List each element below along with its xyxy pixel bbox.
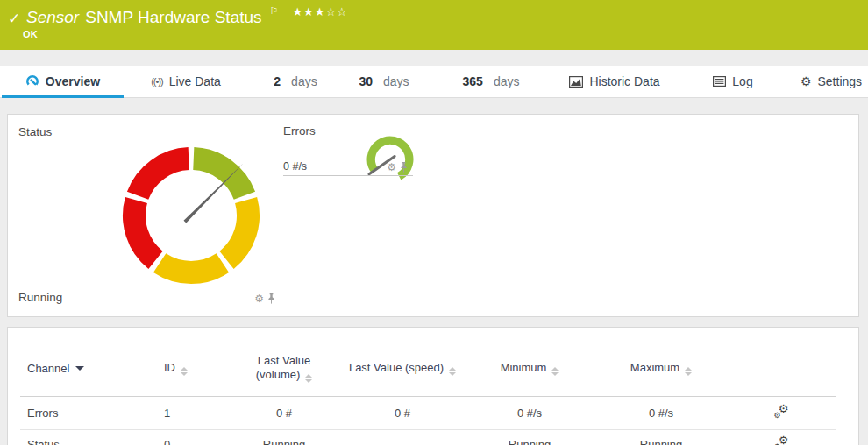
errors-channel-gear-icon[interactable]: ⚙ [387,162,396,173]
cell-id: 1 [152,397,227,430]
errors-channel-pin-icon[interactable] [400,162,408,173]
status-channel-pin-icon[interactable] [267,293,275,304]
sensor-title-line: SensorSNMP Hardware Status⚐★★★☆☆ [26,5,348,27]
errors-gauge-value: 0 #/s [283,160,307,173]
cell-last-value-speed [341,430,464,445]
cell-minimum: 0 #/s [464,397,595,430]
tab-30-days[interactable]: 30days [345,66,423,97]
overview-gauges-panel: Status Running ⚙ Errors 0 [7,114,859,317]
column-header-id[interactable]: ID [152,328,227,397]
cell-maximum: 0 #/s [595,397,727,430]
sort-icon [181,367,188,376]
flag-icon[interactable]: ⚐ [270,5,279,16]
sort-icon [685,367,692,376]
sensor-kind-label: Sensor [26,8,79,26]
tab-365-days[interactable]: 365days [445,66,537,97]
tab-2-days-unit: days [291,74,317,88]
channel-row-status: Status 0 Running Running Running ⚙⚙ [20,430,836,445]
column-header-actions [727,328,836,397]
sensor-titlebar: ✓ SensorSNMP Hardware Status⚐★★★☆☆ OK [0,0,868,50]
cell-channel[interactable]: Status [20,430,152,445]
tab-365-days-unit: days [494,74,520,88]
tab-2-days[interactable]: 2days [256,66,335,97]
status-gauge-value: Running [18,291,62,304]
status-ok-check-icon: ✓ [8,10,20,28]
priority-stars[interactable]: ★★★☆☆ [292,5,347,18]
cell-last-value-volume: 0 # [227,397,341,430]
log-list-icon [713,76,726,87]
tab-settings-label: Settings [817,74,862,88]
cell-channel[interactable]: Errors [20,397,152,430]
prtg-sensor-overview-page: ✓ SensorSNMP Hardware Status⚐★★★☆☆ OK Ov… [0,0,868,445]
cell-last-value-speed: 0 # [341,397,464,430]
tab-2-days-number: 2 [274,74,281,88]
status-channel-gear-icon[interactable]: ⚙ [254,293,264,304]
edit-channel-gears-icon[interactable]: ⚙⚙ [774,405,789,419]
overview-gauge-icon [25,74,39,88]
sensor-status-text: OK [23,29,38,39]
cell-minimum: Running [464,430,595,445]
status-gauge-value-row: Running ⚙ [12,286,286,307]
column-header-last-value-speed[interactable]: Last Value (speed) [341,328,464,397]
column-header-channel[interactable]: Channel [20,328,152,397]
channel-row-errors: Errors 1 0 # 0 # 0 #/s 0 #/s ⚙⚙ [20,397,836,430]
live-data-icon: ((•)) [151,76,163,87]
column-header-maximum[interactable]: Maximum [595,328,727,397]
sort-desc-icon [75,366,84,371]
tab-historic-data[interactable]: Historic Data [558,66,672,97]
tab-historic-data-label: Historic Data [589,74,659,88]
tab-bar: Overview ((•)) Live Data 2days 30days 36… [0,66,868,98]
settings-gear-icon: ⚙ [800,75,812,88]
tab-live-data-label: Live Data [169,74,221,88]
channels-table-panel: Channel ID Last Value (volume) Last Valu… [7,327,859,445]
page-title: SNMP Hardware Status [85,8,261,26]
tab-365-days-number: 365 [463,74,483,88]
edit-channel-gears-icon[interactable]: ⚙⚙ [774,436,789,445]
column-header-minimum[interactable]: Minimum [464,328,595,397]
sort-icon [305,374,312,383]
sort-icon [551,367,559,376]
sort-icon [449,367,456,376]
channels-table-header-row: Channel ID Last Value (volume) Last Valu… [20,328,836,397]
stars-empty: ☆☆ [325,5,347,18]
tab-overview[interactable]: Overview [2,66,124,97]
status-gauge-label: Status [18,125,52,138]
cell-id: 0 [152,430,227,445]
stars-filled: ★★★ [292,5,325,18]
cell-last-value-volume: Running [227,430,341,445]
cell-maximum: Running [595,430,727,445]
errors-gauge-label: Errors [283,124,316,138]
tab-log-label: Log [732,74,752,88]
tab-30-days-unit: days [383,74,409,88]
historic-data-chart-icon [569,76,583,88]
status-gauge [119,144,263,287]
errors-gauge-value-row: 0 #/s ⚙ [283,154,413,176]
tab-overview-label: Overview [46,74,100,88]
channels-table: Channel ID Last Value (volume) Last Valu… [20,328,836,445]
column-header-last-value-volume[interactable]: Last Value (volume) [227,328,341,397]
tab-30-days-number: 30 [359,74,373,88]
tab-settings[interactable]: ⚙ Settings [796,66,866,97]
tab-live-data[interactable]: ((•)) Live Data [132,66,240,97]
tab-log[interactable]: Log [698,66,768,97]
